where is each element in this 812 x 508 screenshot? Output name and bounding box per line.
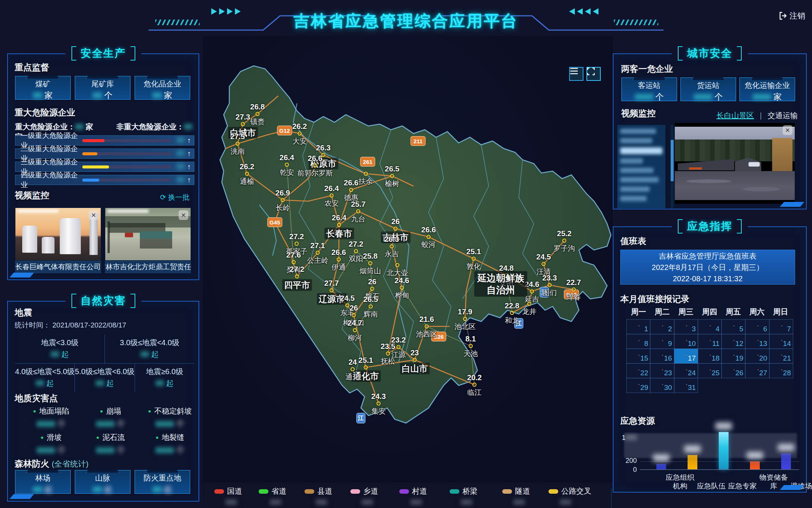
- map-marker-扶余[interactable]: 扶余: [364, 172, 368, 176]
- camera-list-item[interactable]: [620, 168, 653, 173]
- map-marker-通化市[interactable]: 25.1通化市: [364, 365, 368, 370]
- map-marker-和龙[interactable]: 22.8和龙: [510, 311, 514, 315]
- map-layers-button[interactable]: [569, 67, 583, 81]
- calendar-day-16[interactable]: 16: [650, 349, 674, 364]
- map-marker-北大壶[interactable]: 北大壶: [395, 263, 400, 267]
- calendar-day-17[interactable]: 17: [674, 349, 698, 364]
- map-marker-九台[interactable]: 25.7九台: [356, 209, 361, 214]
- calendar-day-29[interactable]: 29: [626, 378, 650, 393]
- map-marker-临江[interactable]: 20.2临江: [473, 383, 477, 387]
- map-marker-孤家子[interactable]: 27.2孤家子: [295, 242, 299, 246]
- map-marker-汪清[interactable]: 24.5汪清: [542, 262, 546, 266]
- map-marker-永吉[interactable]: 26.3永吉: [390, 244, 394, 249]
- video1-close-button[interactable]: ✕: [89, 210, 98, 220]
- camera-list-item[interactable]: [620, 177, 659, 182]
- calendar-day-5[interactable]: 5: [721, 319, 745, 334]
- map-marker-德惠[interactable]: 26.6德惠: [349, 188, 353, 192]
- map-marker-辉南[interactable]: 26.5辉南: [369, 305, 373, 309]
- refresh-batch-button[interactable]: ⟳ 换一批: [160, 193, 189, 202]
- map-marker-长岭[interactable]: 26.9长岭: [281, 198, 285, 202]
- map-marker-延吉[interactable]: 24.6延吉: [530, 290, 534, 294]
- map-marker-伊通[interactable]: 26.6伊通: [337, 258, 341, 262]
- map-marker-敦化[interactable]: 25.1敦化: [472, 257, 476, 261]
- map-marker-镇赉[interactable]: 26.8镇赉: [256, 112, 260, 116]
- transport-link[interactable]: 交通运输: [768, 111, 798, 120]
- map-marker-天池[interactable]: 8.1天池: [469, 344, 473, 348]
- calendar-day-24[interactable]: 24: [674, 363, 698, 378]
- map-marker-蛟河[interactable]: 26.6蛟河: [427, 235, 431, 239]
- map-marker-吉林市[interactable]: 26吉林市: [394, 227, 398, 231]
- calendar-day-9[interactable]: 9: [650, 334, 674, 349]
- calendar-day-12[interactable]: 12: [721, 334, 745, 349]
- map-fullscreen-button[interactable]: [586, 67, 601, 81]
- city-video-close-button[interactable]: ✕: [783, 125, 792, 135]
- map-marker-长春市[interactable]: 26.4长春市: [337, 223, 341, 227]
- calendar-day-23[interactable]: 23: [650, 363, 674, 378]
- calendar-day-18[interactable]: 18: [698, 349, 722, 364]
- camera-list[interactable]: [617, 125, 665, 208]
- map-marker-江源[interactable]: 23.2江源: [397, 345, 401, 349]
- calendar-day-19[interactable]: 19: [721, 349, 745, 364]
- calendar-day-7[interactable]: 7: [769, 319, 793, 334]
- map-marker-农安[interactable]: 26.4农安: [330, 194, 334, 198]
- map-marker-图们[interactable]: 23.3图们: [548, 283, 552, 287]
- map-marker-双阳[interactable]: 27.2双阳: [354, 249, 358, 253]
- calendar-day-28[interactable]: 28: [769, 363, 793, 378]
- calendar-day-31[interactable]: 31: [674, 378, 698, 393]
- calendar-day-8[interactable]: 8: [626, 334, 650, 349]
- camera-list-item[interactable]: [620, 187, 650, 192]
- video-feed-2[interactable]: ✕ 吉林市吉化北方炬鼎工贸责任...: [105, 208, 191, 273]
- map-marker-白山市[interactable]: 23白山市: [413, 358, 417, 362]
- map-marker-珲春[interactable]: 22.7珲春: [572, 288, 576, 292]
- map-marker-池西区[interactable]: 21.6池西区: [425, 325, 429, 329]
- video2-close-button[interactable]: ✕: [179, 210, 188, 220]
- map-marker-梨树[interactable]: 27.6梨树: [292, 260, 296, 264]
- calendar-day-20[interactable]: 20: [745, 349, 769, 364]
- map-marker-白城市[interactable]: 27.3白城市: [241, 122, 245, 126]
- city-video-feed[interactable]: ✕: [675, 123, 795, 204]
- map-marker-东丰[interactable]: 24.5东丰: [345, 303, 350, 308]
- calendar-day-11[interactable]: 11: [698, 334, 722, 349]
- map-marker-集安[interactable]: 24.3集安: [377, 402, 381, 406]
- calendar-day-13[interactable]: 13: [745, 334, 769, 349]
- calendar-day-25[interactable]: 25: [698, 363, 722, 378]
- calendar-day-1[interactable]: 1: [626, 319, 650, 334]
- map-marker-罗子沟[interactable]: 25.2罗子沟: [562, 239, 567, 243]
- calendar-day-26[interactable]: 26: [721, 363, 745, 378]
- map-marker-磐石[interactable]: 26磐石: [370, 287, 374, 291]
- calendar-day-4[interactable]: 4: [698, 319, 722, 334]
- camera-list-item[interactable]: [620, 147, 662, 154]
- map-marker-洮南[interactable]: 27.5洮南: [236, 142, 240, 146]
- map-marker-通榆[interactable]: 26.2通榆: [245, 172, 249, 176]
- map-marker-前郭尔罗斯[interactable]: 26.6前郭尔罗斯: [313, 164, 317, 168]
- camera-list-item[interactable]: [620, 158, 643, 164]
- map-marker-辽源市[interactable]: 27.7辽源市: [330, 288, 334, 293]
- video-feed-1[interactable]: ✕ 长春巨峰气体有限责任公司: [15, 208, 101, 273]
- calendar-day-15[interactable]: 15: [626, 349, 650, 364]
- map-area[interactable]: 26.8镇赉27.3白城市27.5洮南26.2大安26.3松原市26.6前郭尔罗…: [203, 36, 613, 508]
- map-marker-公主岭[interactable]: 27.1公主岭: [316, 251, 320, 255]
- camera-list-item[interactable]: [620, 196, 647, 201]
- logout-button[interactable]: 注销: [779, 11, 805, 21]
- calendar-day-22[interactable]: 22: [626, 363, 650, 378]
- calendar-day-30[interactable]: 30: [650, 378, 674, 393]
- camera-list-item[interactable]: [620, 138, 652, 143]
- map-marker-桦甸[interactable]: 24.6桦甸: [400, 286, 404, 290]
- calendar-day-21[interactable]: 21: [769, 349, 793, 364]
- camera-list-scrollbar[interactable]: [671, 125, 674, 208]
- calendar-day-2[interactable]: 2: [650, 319, 674, 334]
- map-marker-大安[interactable]: 26.2大安: [298, 132, 302, 136]
- map-marker-池北区[interactable]: 17.9池北区: [463, 317, 467, 321]
- map-marker-乾安[interactable]: 26.4乾安: [285, 163, 289, 167]
- calendar-day-10[interactable]: 10: [674, 334, 698, 349]
- camera-list-item[interactable]: [620, 129, 656, 134]
- map-marker-柳河[interactable]: 24.7柳河: [353, 328, 357, 332]
- calendar-day-14[interactable]: 14: [769, 334, 793, 349]
- map-marker-通化[interactable]: 24通化: [351, 367, 355, 372]
- map-marker-梅河口[interactable]: 26梅河口: [352, 313, 356, 317]
- calendar-day-3[interactable]: 3: [674, 319, 698, 334]
- map-marker-龙井[interactable]: 龙井: [527, 302, 532, 306]
- map-marker-烟筒山[interactable]: 25.8烟筒山: [368, 261, 373, 265]
- map-marker-四平市[interactable]: 27.2四平市: [295, 274, 299, 279]
- changbaishan-link[interactable]: 长白山景区: [717, 111, 754, 120]
